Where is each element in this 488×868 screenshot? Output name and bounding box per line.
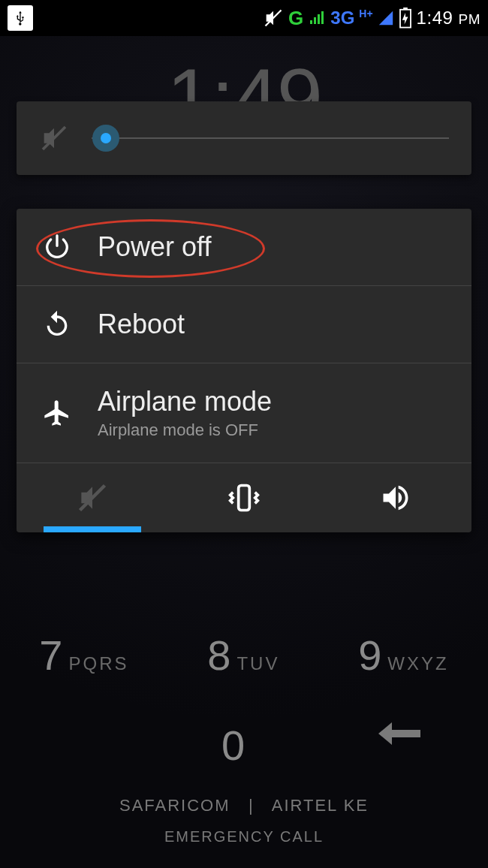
vibrate-icon — [227, 481, 261, 514]
sound-on-icon — [379, 481, 412, 514]
reboot-label: Reboot — [98, 309, 185, 340]
carrier-2: AIRTEL KE — [272, 796, 369, 815]
network-g-label: G — [288, 7, 303, 30]
volume-slider[interactable] — [92, 137, 449, 139]
power-menu: Power off Reboot Airplane mode Airplane … — [17, 209, 471, 532]
emergency-call[interactable]: EMERGENCY CALL — [0, 828, 488, 845]
sound-mode-vibrate[interactable] — [168, 463, 320, 532]
key-9[interactable]: 9 WXYZ — [358, 631, 448, 680]
network-hplus-label: H+ — [359, 8, 372, 20]
key-0[interactable]: 0 — [221, 721, 245, 770]
signal-bars-icon — [308, 9, 326, 27]
power-off-item[interactable]: Power off — [17, 209, 471, 285]
key-backspace[interactable] — [377, 721, 422, 770]
status-bar: G 3G H+ 1:49 PM — [0, 0, 488, 36]
reboot-icon — [42, 309, 72, 339]
keypad-row-4: 0 0 — [0, 721, 488, 770]
airplane-icon — [42, 398, 72, 428]
backspace-icon — [377, 721, 422, 746]
battery-charging-icon — [399, 8, 412, 29]
volume-panel — [17, 101, 471, 175]
keypad-row-3: 7 PQRS 8 TUV 9 WXYZ — [0, 631, 488, 680]
airplane-mode-sub: Airplane mode is OFF — [98, 420, 272, 440]
reboot-item[interactable]: Reboot — [17, 285, 471, 363]
sound-mode-row — [17, 463, 471, 532]
volume-slider-thumb[interactable] — [92, 125, 119, 152]
sound-mode-silent[interactable] — [17, 463, 168, 532]
sound-mode-sound[interactable] — [320, 463, 471, 532]
status-right: G 3G H+ 1:49 PM — [263, 7, 480, 30]
power-off-label: Power off — [98, 231, 211, 263]
svg-rect-5 — [239, 486, 250, 511]
volume-mute-icon — [39, 123, 69, 153]
key-7[interactable]: 7 PQRS — [39, 631, 128, 680]
silent-icon — [76, 481, 109, 514]
airplane-mode-item[interactable]: Airplane mode Airplane mode is OFF — [17, 363, 471, 463]
airplane-mode-label: Airplane mode — [98, 386, 272, 417]
no-sound-icon — [263, 8, 284, 29]
usb-icon — [8, 5, 33, 31]
carrier-1: SAFARICOM — [119, 796, 230, 815]
svg-rect-2 — [403, 8, 408, 10]
power-icon — [42, 232, 72, 262]
key-8[interactable]: 8 TUV — [207, 631, 279, 680]
carrier-row: SAFARICOM | AIRTEL KE — [0, 796, 488, 815]
signal-triangle-icon — [378, 10, 394, 26]
network-3g-label: 3G — [330, 8, 354, 29]
status-time: 1:49 PM — [417, 8, 480, 29]
